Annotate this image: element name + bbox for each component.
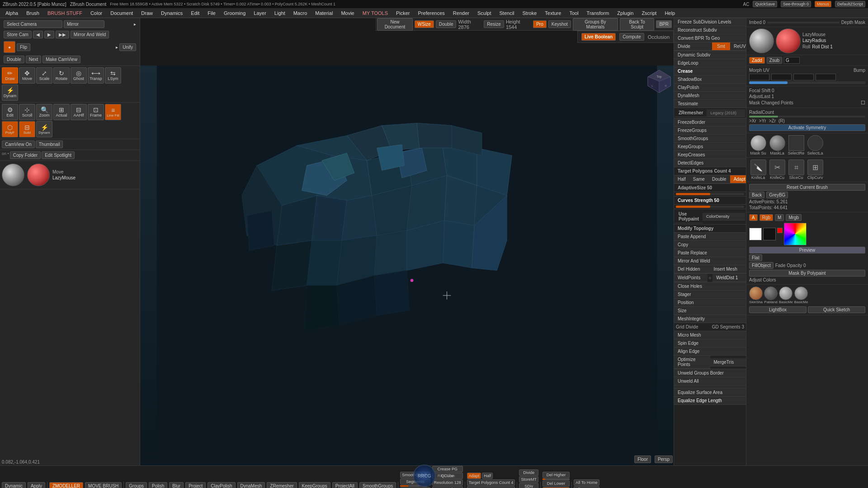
cam-on-btn[interactable]: CamView On xyxy=(2,141,35,148)
pabland[interactable]: Pabland xyxy=(764,286,778,304)
seethrough-btn[interactable]: See-through 0 xyxy=(781,1,811,7)
paste-append-btn[interactable]: Paste Append xyxy=(674,233,746,241)
right-sphere1[interactable] xyxy=(749,28,774,53)
micro-mesh-btn[interactable]: Micro Mesh xyxy=(674,331,746,339)
convert-bpr-btn[interactable]: Convert BPR To Geo xyxy=(674,34,746,42)
play-btn[interactable]: ▶ xyxy=(44,31,54,38)
imbed-slider[interactable] xyxy=(767,22,840,23)
align-edge-btn[interactable]: Align Edge xyxy=(674,347,746,356)
smooth-groups-btn[interactable]: SmoothGroups xyxy=(674,135,746,143)
mirror-weld-btn2[interactable]: Mirror And Weld xyxy=(674,257,746,265)
dynam2-btn[interactable]: ⚡ Dynam xyxy=(36,121,52,137)
preview-btn[interactable]: Preview xyxy=(749,247,865,253)
fill-object-btn[interactable]: FillObject xyxy=(749,262,774,269)
double-doc-btn[interactable]: Double xyxy=(436,20,457,28)
reuv-btn[interactable]: ReUV xyxy=(730,42,746,51)
menu-zscript[interactable]: Zscript xyxy=(638,9,660,17)
rgb-btn[interactable]: Rgb xyxy=(760,214,773,221)
tessimate-btn[interactable]: Tessimate xyxy=(674,100,746,108)
menu-texture[interactable]: Texture xyxy=(541,9,565,17)
store-cam-btn[interactable]: Store Cam xyxy=(4,31,32,38)
unweld-all-btn[interactable]: Unweld All xyxy=(674,377,746,385)
basicme1[interactable]: BasicMe xyxy=(779,286,793,304)
polyf-btn[interactable]: ⬡ PolyF xyxy=(2,121,18,137)
keyshot-btn[interactable]: Keyshot xyxy=(548,20,571,28)
stager-btn[interactable]: Stager xyxy=(674,291,746,299)
crease-btn[interactable]: Crease xyxy=(674,67,746,75)
mirror-btn[interactable]: Mirror xyxy=(64,20,104,28)
menu-brush-stuff[interactable]: BRUSH STUFF xyxy=(44,9,86,17)
a-btn[interactable]: A xyxy=(749,214,758,221)
menus-btn[interactable]: Menus xyxy=(815,1,831,7)
live-boolean-btn[interactable]: Live Boolean xyxy=(581,33,616,41)
half-btn[interactable]: Half xyxy=(674,175,689,183)
menu-stencil[interactable]: Stencil xyxy=(496,9,518,17)
adapt-btn[interactable]: Adapt xyxy=(730,175,746,183)
persp-btn[interactable]: Persp xyxy=(655,455,673,463)
right-sphere2[interactable] xyxy=(776,28,801,53)
legacy-btn[interactable]: Legacy (2018) xyxy=(707,109,745,117)
menu-layer[interactable]: Layer xyxy=(250,9,270,17)
menu-alpha[interactable]: Alpha xyxy=(2,9,22,17)
freeze-groups-btn[interactable]: FreezeGroups xyxy=(674,127,746,135)
skin-sha[interactable]: SkinSha xyxy=(749,286,763,304)
greybg-btn[interactable]: GreyBG xyxy=(766,192,788,198)
spin-edge-btn[interactable]: Spin Edge xyxy=(674,339,746,347)
persp-toggle[interactable]: Persp xyxy=(655,455,673,463)
smooth-groups-btn[interactable]: SmoothGroups xyxy=(359,482,396,488)
claypolish-btn[interactable]: ClayPolish xyxy=(674,84,746,92)
shadowbox-btn[interactable]: ShadowBox xyxy=(674,75,746,84)
s25-input[interactable]: 25 xyxy=(771,74,792,80)
menu-zplugin[interactable]: Zplugin xyxy=(613,9,637,17)
del-hidden-btn[interactable]: Del Hidden xyxy=(674,265,710,273)
freeze-subdiv-btn[interactable]: Freeze SubDivision Levels xyxy=(674,18,746,26)
adapt-bottom-btn[interactable]: Adapt xyxy=(467,473,481,479)
delete-by-symmetry-btn[interactable] xyxy=(674,385,746,389)
s75-input[interactable]: 75 xyxy=(816,74,836,80)
actual-btn[interactable]: ⊞ Actual xyxy=(53,104,70,120)
storemt-btn[interactable]: StoreMT xyxy=(519,476,538,483)
quick-sketch-btn[interactable]: Quick Sketch xyxy=(808,306,865,313)
divide-bottom-btn[interactable]: Divide xyxy=(519,469,538,476)
activate-symmetry-btn[interactable]: Activate Symmetry xyxy=(749,124,865,131)
project-btn[interactable]: Project xyxy=(185,482,206,488)
compute-btn[interactable]: Compute xyxy=(619,33,644,41)
menu-help[interactable]: Help xyxy=(661,9,679,17)
next-btn[interactable]: Next xyxy=(26,56,42,63)
menu-draw[interactable]: Draw xyxy=(137,9,156,17)
blur-btn[interactable]: Blur xyxy=(169,482,184,488)
keep-creases-btn[interactable]: KeepCreases xyxy=(674,151,746,159)
basicme2[interactable]: BasicMe xyxy=(794,286,808,304)
menu-brush[interactable]: Brush xyxy=(23,9,43,17)
all-to-target-btn[interactable]: All To Target xyxy=(574,486,599,488)
flip-btn[interactable]: Flip xyxy=(17,43,30,51)
linefill-btn[interactable]: ≡ Line Fill xyxy=(105,104,121,120)
adaptive-slider[interactable] xyxy=(676,193,744,195)
edgeloop-btn[interactable]: EdgeLoop xyxy=(674,59,746,67)
subi-btn[interactable]: ⊟ SubI xyxy=(19,121,35,137)
close-holes-btn[interactable]: Close Holes xyxy=(674,282,746,291)
menu-document[interactable]: Document xyxy=(107,9,137,17)
make-camview-btn[interactable]: Make CamView xyxy=(42,56,80,63)
morph-slider[interactable] xyxy=(749,81,865,84)
insert-mesh-btn[interactable]: Insert Mesh xyxy=(710,265,746,273)
zmodeller-label[interactable]: ZMODELLER xyxy=(49,482,83,488)
del-lower-btn[interactable]: Del Lower xyxy=(542,480,570,487)
edit-spotlight-btn[interactable]: Edit Spotlight xyxy=(42,151,75,159)
s00-input[interactable]: 00 xyxy=(749,74,769,80)
zremesher-bottom-btn[interactable]: ZRemesher xyxy=(267,482,297,488)
menu-picker[interactable]: Picker xyxy=(392,9,414,17)
mesh-integrity-btn[interactable]: MeshIntegrity xyxy=(674,315,746,323)
new-document-btn[interactable]: New Document xyxy=(377,18,413,31)
lightbox-btn[interactable]: LightBox xyxy=(749,306,807,313)
groups-btn[interactable]: Groups xyxy=(126,482,147,488)
del-higher-btn[interactable]: Del Higher xyxy=(542,472,570,478)
size-btn[interactable]: Size xyxy=(674,307,746,315)
double-btn[interactable]: Double xyxy=(4,56,24,63)
ghost-btn[interactable]: ◎ Ghost xyxy=(71,67,87,84)
black-swatch[interactable] xyxy=(763,228,776,240)
mask-by-polypaint-btn[interactable]: Mask By Polypaint xyxy=(749,270,865,277)
mask-su[interactable]: Mask Su xyxy=(749,135,767,155)
white-swatch[interactable] xyxy=(749,228,762,240)
floor-toggle[interactable]: Floor xyxy=(634,455,651,463)
